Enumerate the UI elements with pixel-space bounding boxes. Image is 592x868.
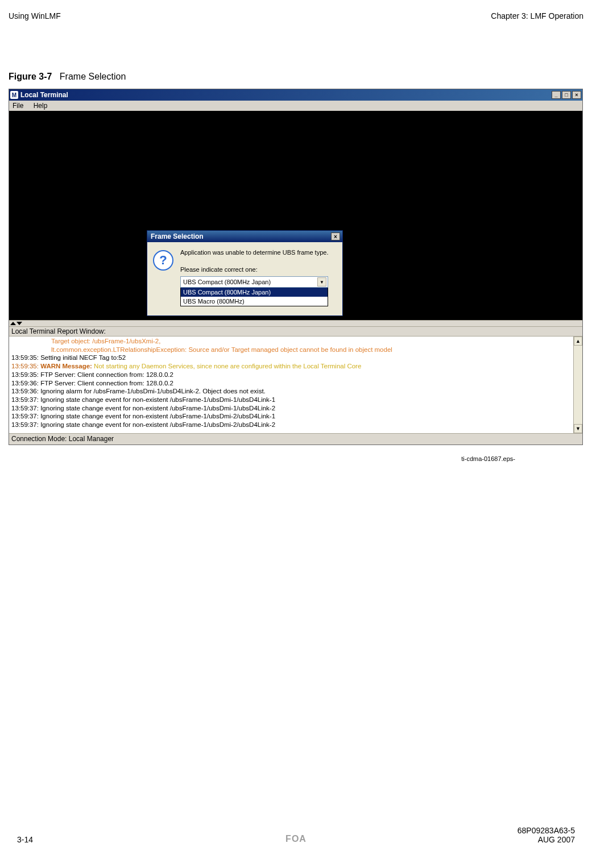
menu-help[interactable]: Help [34, 102, 48, 110]
image-filename-caption: ti-cdma-01687.eps- [9, 455, 583, 462]
figure-label: Figure 3-7 [9, 72, 52, 81]
frame-type-combo[interactable]: UBS Compact (800MHz Japan) ▼ UBS Compact… [180, 276, 328, 306]
dialog-message-1: Application was unable to determine UBS … [180, 249, 337, 256]
log-line: Target object: /ubsFrame-1/ubsXmi-2, [11, 337, 571, 346]
combo-selected: UBS Compact (800MHz Japan) [183, 279, 271, 285]
foa-label: FOA [285, 834, 307, 844]
status-bar: Connection Mode: Local Manager [9, 433, 582, 445]
log-line: 13:59:35: Setting initial NECF Tag to:52 [11, 354, 571, 362]
scroll-down-button[interactable]: ▼ [574, 424, 582, 433]
app-icon: M [10, 91, 18, 99]
log-line: lt.common.exception.LTRelationshipExcept… [11, 346, 571, 354]
report-scrollbar[interactable]: ▲ ▼ [573, 337, 582, 433]
splitter-handle[interactable] [9, 320, 582, 327]
report-window: Target object: /ubsFrame-1/ubsXmi-2, lt.… [9, 337, 582, 433]
figure-name: Frame Selection [60, 72, 126, 81]
terminal-viewport: Frame Selection × ? Application was unab… [9, 111, 582, 320]
triangle-up-icon [10, 322, 16, 325]
question-icon: ? [153, 250, 173, 271]
chevron-down-icon[interactable]: ▼ [317, 277, 326, 286]
combo-list: UBS Compact (800MHz Japan) UBS Macro (80… [180, 288, 328, 306]
header-left: Using WinLMF [9, 11, 61, 20]
report-text: Target object: /ubsFrame-1/ubsXmi-2, lt.… [9, 337, 573, 433]
log-line: 13:59:36: Ignoring alarm for /ubsFrame-1… [11, 387, 571, 396]
log-line: 13:59:37: Ignoring state change event fo… [11, 412, 571, 421]
log-line: 13:59:37: Ignoring state change event fo… [11, 404, 571, 413]
dialog-title: Frame Selection [151, 232, 204, 240]
terminal-window: M Local Terminal _ □ × File Help Frame S… [9, 89, 583, 445]
log-line: 13:59:35: WARN Message: Not starting any… [11, 362, 571, 371]
figure-title: Figure 3-7 Frame Selection [9, 72, 583, 82]
log-msg: Not starting any Daemon Services, since … [94, 363, 361, 369]
log-warn: WARN Message: [40, 363, 94, 369]
page-footer: 3-14 FOA 68P09283A63-5 AUG 2007 [17, 826, 575, 844]
log-ts: 13:59:35: [11, 363, 40, 369]
triangle-down-icon [16, 322, 22, 325]
log-line: 13:59:36: FTP Server: Client connection … [11, 379, 571, 388]
close-button[interactable]: × [572, 91, 581, 99]
window-titlebar: M Local Terminal _ □ × [9, 89, 582, 101]
log-line: 13:59:35: FTP Server: Client connection … [11, 371, 571, 379]
dialog-close-button[interactable]: × [331, 232, 340, 240]
maximize-button[interactable]: □ [562, 91, 571, 99]
combo-option-1[interactable]: UBS Compact (800MHz Japan) [181, 288, 328, 297]
menu-file[interactable]: File [13, 102, 23, 110]
minimize-button[interactable]: _ [552, 91, 561, 99]
scroll-up-button[interactable]: ▲ [574, 337, 582, 346]
log-line: 13:59:37: Ignoring state change event fo… [11, 396, 571, 404]
header-right: Chapter 3: LMF Operation [491, 11, 583, 20]
report-window-label: Local Terminal Report Window: [9, 327, 582, 337]
dialog-message-2: Please indicate correct one: [180, 266, 337, 273]
menubar: File Help [9, 101, 582, 111]
combo-option-2[interactable]: UBS Macro (800MHz) [181, 297, 328, 306]
dialog-titlebar: Frame Selection × [147, 231, 342, 242]
page-header: Using WinLMF Chapter 3: LMF Operation [9, 11, 583, 20]
window-title: Local Terminal [20, 91, 552, 99]
log-line: 13:59:37: Ignoring state change event fo… [11, 421, 571, 429]
frame-selection-dialog: Frame Selection × ? Application was unab… [147, 230, 343, 316]
combo-display[interactable]: UBS Compact (800MHz Japan) ▼ [180, 276, 328, 288]
